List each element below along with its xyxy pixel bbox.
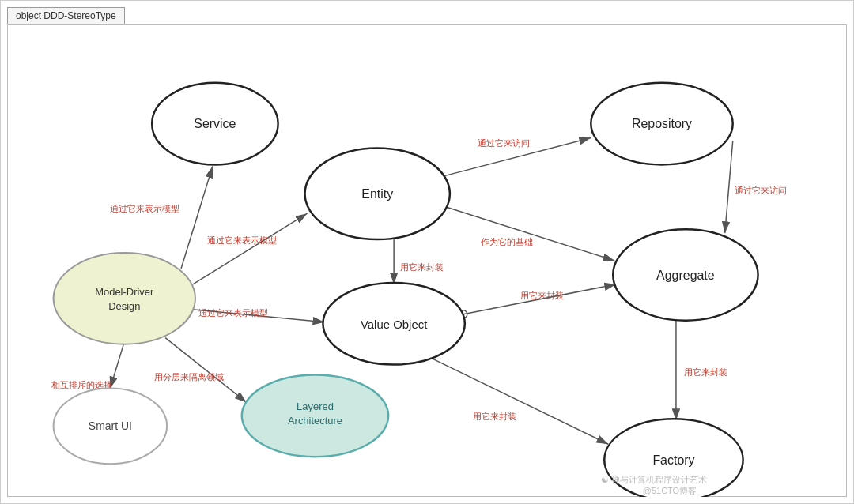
label-aggregate: Aggregate xyxy=(656,269,715,282)
label-service: Service xyxy=(194,117,236,130)
label-aggregate-factory: 用它来封装 xyxy=(684,367,727,377)
node-model-driver xyxy=(54,253,195,344)
label-model-value: 通过它来表示模型 xyxy=(198,308,268,318)
label-entity: Entity xyxy=(361,187,393,201)
label-value-aggregate: 用它来封装 xyxy=(520,291,564,300)
label-value-factory: 用它来封装 xyxy=(473,412,516,421)
diagram-container: object DDD-StereoType xyxy=(0,0,854,504)
line-model-service xyxy=(181,166,213,269)
label-model-layered: 用分层来隔离领域 xyxy=(154,372,224,382)
label-model-driver-2: Design xyxy=(108,300,140,312)
label-model-driver-1: Model-Driver xyxy=(95,286,154,298)
diagram-svg: 通过它来表示模型 通过它来表示模型 通过它来表示模型 用分层来隔离领域 相互排斥… xyxy=(7,24,847,497)
line-entity-aggregate xyxy=(447,207,614,261)
watermark-line1: ☯ 禅与计算机程序设计艺术 xyxy=(601,475,707,484)
label-entity-value: 用它来封装 xyxy=(400,262,444,272)
line-repo-aggregate xyxy=(725,141,733,234)
line-value-factory xyxy=(433,359,608,445)
label-layered-arch-1: Layered xyxy=(297,401,334,412)
line-model-entity xyxy=(193,213,308,284)
watermark-line2: @51CTO博客 xyxy=(643,486,697,495)
tab-label: object DDD-StereoType xyxy=(7,7,125,24)
label-smart-ui: Smart UI xyxy=(89,419,132,432)
label-model-entity: 通过它来表示模型 xyxy=(207,235,277,245)
line-model-smartui xyxy=(110,342,124,389)
label-repository: Repository xyxy=(632,117,692,130)
label-entity-aggregate: 作为它的基础 xyxy=(480,237,533,246)
label-layered-arch-2: Architecture xyxy=(288,415,342,427)
label-value-object: Value Object xyxy=(361,318,428,331)
label-repo-aggregate: 通过它来访问 xyxy=(735,186,787,195)
label-model-service: 通过它来表示模型 xyxy=(110,204,179,213)
label-entity-repo: 通过它来访问 xyxy=(478,138,530,148)
line-model-layered xyxy=(165,338,247,403)
label-factory: Factory xyxy=(652,453,694,467)
